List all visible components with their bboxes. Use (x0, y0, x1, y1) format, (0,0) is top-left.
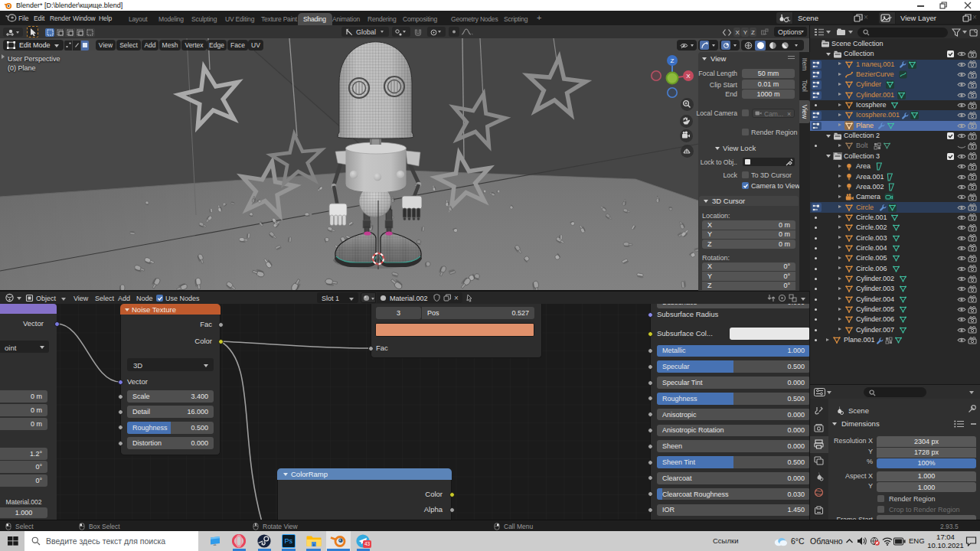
svg-text:Z: Z (671, 57, 675, 64)
svg-text:X: X (686, 73, 691, 80)
